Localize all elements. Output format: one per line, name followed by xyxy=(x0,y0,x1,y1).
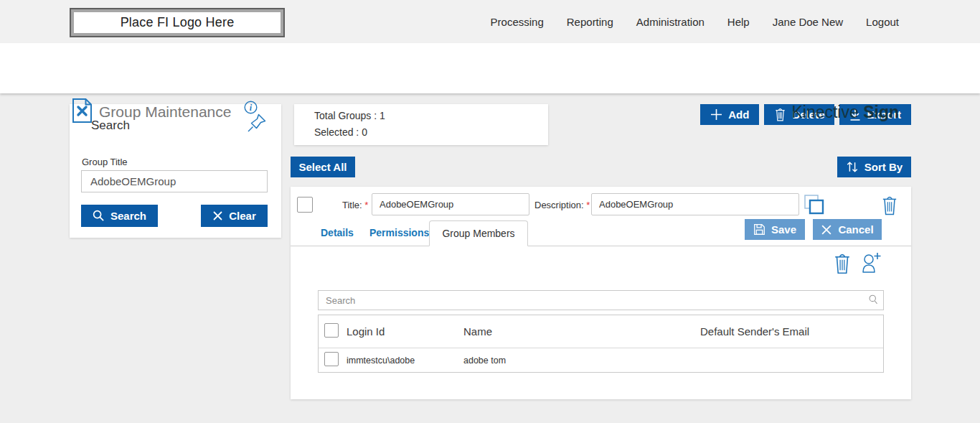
title-field-label: Title: * xyxy=(342,200,368,210)
description-required-mark: * xyxy=(586,200,590,210)
description-field-label: Description: * xyxy=(534,200,590,210)
total-groups: Total Groups : 1 xyxy=(314,110,385,121)
trash-icon xyxy=(774,108,786,121)
selected-count: Selected : 0 xyxy=(314,126,367,138)
sort-by-label: Sort By xyxy=(864,161,903,173)
stats-panel: Total Groups : 1 Selected : 0 xyxy=(294,104,548,145)
column-default-sender-email: Default Sender's Email xyxy=(700,325,883,338)
tab-details[interactable]: Details xyxy=(321,227,354,238)
search-button-label: Search xyxy=(110,210,146,222)
add-button[interactable]: Add xyxy=(700,104,759,125)
group-editor-card: Title: * Description: * Details Permissi… xyxy=(291,187,911,399)
copy-icon[interactable] xyxy=(803,194,824,215)
column-login-id: Login Id xyxy=(347,325,463,338)
nav-item-administration[interactable]: Administration xyxy=(636,16,705,28)
tab-bar: Details Permissions Group Members Save C… xyxy=(291,220,911,246)
save-button-label: Save xyxy=(771,223,796,236)
search-button[interactable]: Search xyxy=(81,205,158,227)
description-label-text: Description: xyxy=(534,200,584,210)
svg-text:i: i xyxy=(250,103,253,113)
column-name: Name xyxy=(463,325,700,338)
title-label-text: Title: xyxy=(342,200,362,210)
search-panel: Search Group Title Search Clear xyxy=(70,104,281,238)
sort-by-button[interactable]: Sort By xyxy=(837,157,911,177)
brand-bold: Sign xyxy=(863,103,899,121)
member-search xyxy=(318,290,884,310)
member-row-checkbox[interactable] xyxy=(324,352,339,366)
fi-logo-text: Place FI Logo Here xyxy=(121,15,235,30)
nav-item-help[interactable]: Help xyxy=(727,16,750,28)
info-icon[interactable]: i xyxy=(244,101,258,114)
tab-group-members[interactable]: Group Members xyxy=(429,220,528,246)
select-all-button[interactable]: Select All xyxy=(291,157,355,177)
members-table: Login Id Name Default Sender's Email imm… xyxy=(318,315,884,373)
title-input[interactable] xyxy=(372,193,529,215)
remove-member-icon[interactable] xyxy=(833,253,852,274)
page-title: Group Maintenance xyxy=(99,103,231,121)
clear-button[interactable]: Clear xyxy=(201,205,268,227)
member-name: adobe tom xyxy=(463,355,700,366)
nav-item-user[interactable]: Jane Doe New xyxy=(773,16,843,28)
search-panel-title: Search xyxy=(91,118,130,133)
selected-value: 0 xyxy=(362,126,367,138)
group-title-input[interactable] xyxy=(81,170,268,192)
page-header: Group Maintenance i Kinective Sign xyxy=(0,43,980,93)
table-row[interactable]: immtestcu\adobe adobe tom xyxy=(319,348,883,372)
close-icon xyxy=(212,210,223,221)
description-input[interactable] xyxy=(591,193,799,215)
top-bar: Place FI Logo Here Processing Reporting … xyxy=(0,0,980,43)
plus-icon xyxy=(710,108,722,121)
fi-logo-placeholder: Place FI Logo Here xyxy=(70,8,285,37)
delete-group-icon[interactable] xyxy=(881,195,898,215)
group-row-checkbox[interactable] xyxy=(297,197,313,213)
close-icon xyxy=(821,224,832,236)
group-title-label: Group Title xyxy=(82,157,128,167)
select-all-members-checkbox[interactable] xyxy=(324,323,339,338)
save-icon xyxy=(753,223,765,236)
add-button-label: Add xyxy=(728,108,749,121)
members-table-header: Login Id Name Default Sender's Email xyxy=(319,315,883,348)
add-member-icon[interactable] xyxy=(859,251,882,274)
title-required-mark: * xyxy=(364,200,368,210)
member-login-id: immtestcu\adobe xyxy=(347,355,463,366)
brand-regular: Kinective xyxy=(791,103,858,121)
selected-label: Selected : xyxy=(314,126,359,138)
top-navigation: Processing Reporting Administration Help… xyxy=(491,0,899,43)
save-button[interactable]: Save xyxy=(745,219,805,240)
nav-item-logout[interactable]: Logout xyxy=(866,16,899,28)
select-all-label: Select All xyxy=(299,161,347,173)
brand-logo: Kinective Sign xyxy=(791,103,899,122)
clear-button-label: Clear xyxy=(229,210,256,222)
search-icon[interactable] xyxy=(868,294,879,305)
cancel-button[interactable]: Cancel xyxy=(813,219,882,240)
total-groups-value: 1 xyxy=(380,110,385,121)
total-groups-label: Total Groups : xyxy=(314,110,377,121)
nav-item-processing[interactable]: Processing xyxy=(491,16,544,28)
pin-icon[interactable] xyxy=(247,113,267,133)
member-search-input[interactable] xyxy=(318,290,884,310)
nav-item-reporting[interactable]: Reporting xyxy=(567,16,613,28)
sort-arrows-icon xyxy=(846,160,859,174)
tab-permissions[interactable]: Permissions xyxy=(369,227,429,238)
group-maintenance-icon xyxy=(72,98,93,124)
cancel-button-label: Cancel xyxy=(838,223,873,236)
search-icon xyxy=(93,210,105,222)
